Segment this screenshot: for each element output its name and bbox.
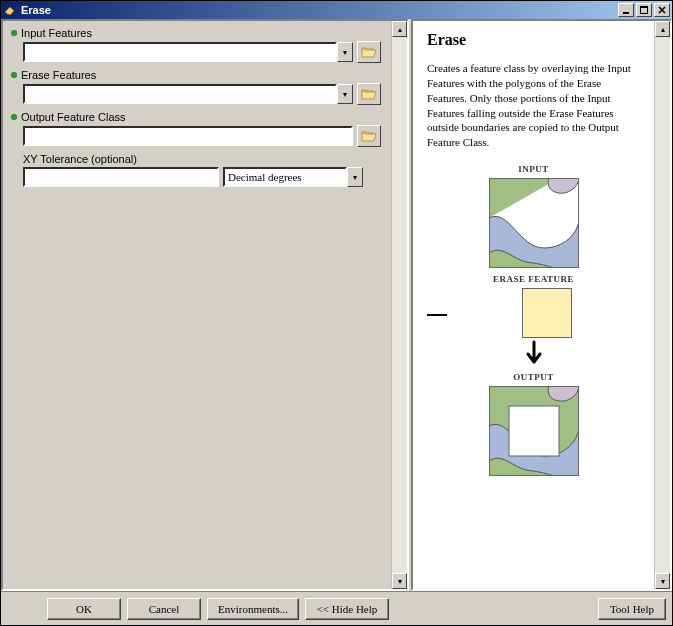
maximize-button[interactable]: [636, 3, 652, 17]
diagram-input-label: INPUT: [427, 164, 640, 174]
required-bullet-icon: [11, 72, 17, 78]
diagram-output-label: OUTPUT: [427, 372, 640, 382]
parameters-pane: Input Features ▾ Erase Featur: [1, 19, 409, 591]
erase-features-label: Erase Features: [21, 69, 96, 81]
input-diagram-icon: [489, 178, 579, 268]
erase-feature-diagram-icon: [522, 288, 572, 338]
input-features-field[interactable]: [23, 42, 337, 62]
output-feature-class-browse-button[interactable]: [357, 125, 381, 147]
erase-tool-icon: [3, 3, 17, 17]
ok-button[interactable]: OK: [47, 598, 121, 620]
left-scrollbar[interactable]: ▴ ▾: [391, 21, 407, 589]
diagram-erase-label: ERASE FEATURE: [427, 274, 640, 284]
close-button[interactable]: [654, 3, 670, 17]
erase-features-dropdown[interactable]: ▾: [337, 84, 353, 104]
folder-open-icon: [361, 45, 377, 59]
hide-help-button[interactable]: << Hide Help: [305, 598, 389, 620]
erase-features-field[interactable]: [23, 84, 337, 104]
input-features-label: Input Features: [21, 27, 92, 39]
folder-open-icon: [361, 87, 377, 101]
erase-features-browse-button[interactable]: [357, 83, 381, 105]
scroll-up-button[interactable]: ▴: [392, 21, 407, 37]
minimize-button[interactable]: [618, 3, 634, 17]
help-pane: Erase Creates a feature class by overlay…: [411, 19, 672, 591]
scroll-track[interactable]: [655, 37, 670, 573]
svg-rect-7: [509, 406, 559, 456]
cancel-button[interactable]: Cancel: [127, 598, 201, 620]
help-description: Creates a feature class by overlaying th…: [427, 61, 640, 150]
output-feature-class-field[interactable]: [23, 126, 353, 146]
xy-tolerance-field[interactable]: [23, 167, 219, 187]
dialog-window: Erase Input Features ▾: [0, 0, 673, 626]
output-feature-class-label: Output Feature Class: [21, 111, 126, 123]
minus-icon: —: [427, 302, 447, 325]
required-bullet-icon: [11, 114, 17, 120]
svg-rect-5: [522, 289, 571, 338]
output-diagram-icon: [489, 386, 579, 476]
tool-help-button[interactable]: Tool Help: [598, 598, 666, 620]
scroll-up-button[interactable]: ▴: [655, 21, 670, 37]
required-bullet-icon: [11, 30, 17, 36]
scroll-down-button[interactable]: ▾: [655, 573, 670, 589]
xy-tolerance-label: XY Tolerance (optional): [23, 153, 137, 165]
title-bar[interactable]: Erase: [1, 1, 672, 19]
help-title: Erase: [427, 31, 640, 49]
svg-rect-0: [623, 12, 629, 14]
input-features-browse-button[interactable]: [357, 41, 381, 63]
svg-rect-2: [640, 6, 648, 8]
window-title: Erase: [21, 4, 618, 16]
right-scrollbar[interactable]: ▴ ▾: [654, 21, 670, 589]
xy-tolerance-unit-select[interactable]: Decimal degrees: [223, 167, 347, 187]
input-features-dropdown[interactable]: ▾: [337, 42, 353, 62]
scroll-down-button[interactable]: ▾: [392, 573, 407, 589]
xy-tolerance-unit-dropdown[interactable]: ▾: [347, 167, 363, 187]
environments-button[interactable]: Environments...: [207, 598, 299, 620]
help-diagram: INPUT ERASE FEATURE: [427, 164, 640, 476]
scroll-track[interactable]: [392, 37, 407, 573]
arrow-down-icon: [427, 340, 640, 366]
button-bar: OK Cancel Environments... << Hide Help T…: [1, 591, 672, 625]
folder-open-icon: [361, 129, 377, 143]
